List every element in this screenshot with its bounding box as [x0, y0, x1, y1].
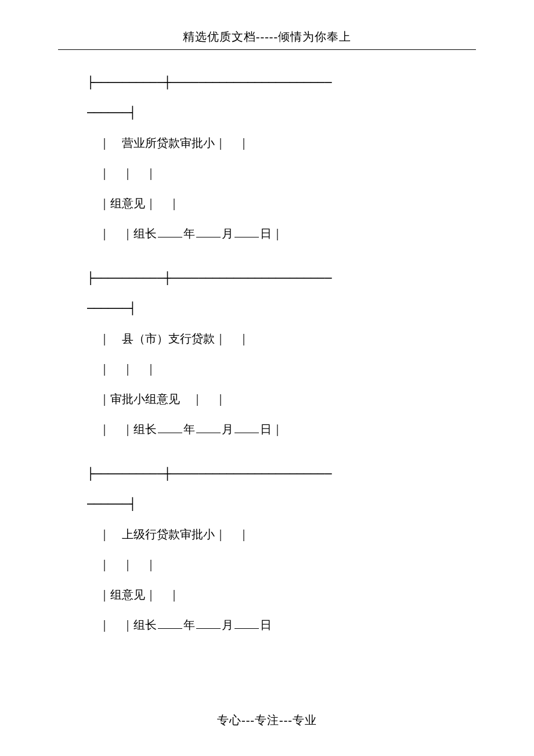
page-footer: 专心---专注---专业: [0, 712, 534, 728]
day-blank: [234, 226, 259, 237]
approval-section-2: ├──────────┼─────────────────────── ────…: [87, 263, 464, 444]
day-blank: [234, 422, 259, 433]
separator-top: ├──────────┼───────────────────────: [87, 67, 464, 98]
approval-section-1: ├──────────┼─────────────────────── ────…: [87, 67, 464, 249]
section-line: ｜组意见｜ ｜: [87, 579, 464, 610]
header-rule: [58, 49, 476, 50]
year-blank: [158, 422, 182, 433]
separator-bottom: ──────┤: [87, 293, 464, 323]
section-line: ｜ ｜ ｜: [87, 549, 464, 579]
approval-section-3: ├──────────┼─────────────────────── ────…: [87, 459, 464, 640]
section-line: ｜ ｜ ｜: [87, 158, 464, 188]
month-blank: [196, 226, 221, 237]
separator-top: ├──────────┼───────────────────────: [87, 459, 464, 489]
year-blank: [158, 617, 182, 629]
section-line: ｜审批小组意见 ｜ ｜: [87, 384, 464, 414]
signature-line: ｜ ｜组长年月日: [87, 610, 464, 640]
page-header: 精选优质文档-----倾情为你奉上: [58, 29, 476, 49]
section-line: ｜ 营业所贷款审批小｜ ｜: [87, 128, 464, 158]
section-line: ｜组意见｜ ｜: [87, 188, 464, 218]
day-blank: [234, 617, 259, 629]
signature-line: ｜ ｜组长年月日｜: [87, 218, 464, 249]
month-blank: [196, 617, 221, 629]
separator-top: ├──────────┼───────────────────────: [87, 263, 464, 293]
document-content: ├──────────┼─────────────────────── ────…: [58, 67, 476, 640]
section-line: ｜ ｜ ｜: [87, 354, 464, 384]
separator-bottom: ──────┤: [87, 489, 464, 519]
year-blank: [158, 226, 182, 237]
month-blank: [196, 422, 221, 433]
section-line: ｜ 县（市）支行贷款｜ ｜: [87, 323, 464, 354]
section-line: ｜ 上级行贷款审批小｜ ｜: [87, 519, 464, 549]
signature-line: ｜ ｜组长年月日｜: [87, 414, 464, 444]
separator-bottom: ──────┤: [87, 98, 464, 128]
